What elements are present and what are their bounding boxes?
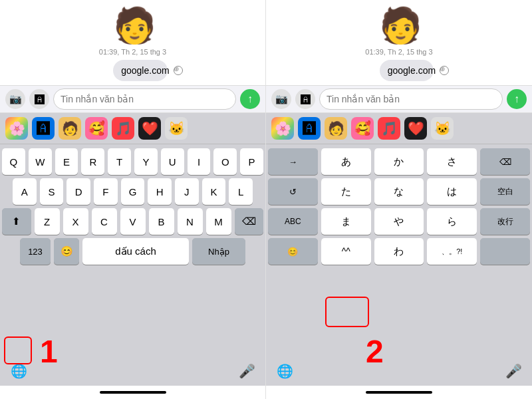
kb-bottom-right: 🌐 🎤	[266, 358, 532, 386]
music-icon-r[interactable]: 🎵	[378, 117, 400, 140]
talking-tom-icon-r[interactable]: 🐱	[431, 117, 454, 140]
key-z[interactable]: Z	[35, 208, 60, 235]
key-w[interactable]: W	[29, 148, 52, 175]
app-strip-right: 🌸 🅰 🧑 🥰 🎵 ❤️ 🐱	[266, 113, 532, 144]
jp-ka-key[interactable]: か	[374, 148, 424, 175]
send-button-left[interactable]: ↑	[240, 89, 260, 109]
sticker-icon[interactable]: 🥰	[85, 117, 108, 140]
appstore-icon[interactable]: 🅰	[32, 117, 55, 140]
jp-row-3: ABC ま や ら 改行	[268, 208, 530, 235]
emoji-key[interactable]: 😊	[54, 238, 79, 265]
space-key[interactable]: dấu cách	[82, 238, 189, 265]
kb-bottom-left: 🌐 🎤	[0, 358, 265, 386]
shift-key[interactable]: ⬆	[2, 208, 31, 235]
key-n[interactable]: N	[178, 208, 203, 235]
talking-tom-icon[interactable]: 🐱	[165, 117, 188, 140]
home-indicator-right	[266, 386, 532, 399]
photos-icon[interactable]: 🌸	[5, 117, 28, 140]
key-x[interactable]: X	[63, 208, 88, 235]
appstore-icon-r[interactable]: 🅰	[298, 117, 321, 140]
photos-icon-r[interactable]: 🌸	[271, 117, 294, 140]
camera-button-right[interactable]: 📷	[271, 89, 291, 109]
key-t[interactable]: T	[108, 148, 131, 175]
jp-ra-key[interactable]: ら	[427, 208, 477, 235]
key-f[interactable]: F	[94, 178, 118, 205]
memoji-icon[interactable]: 🧑	[59, 117, 81, 140]
key-s[interactable]: S	[40, 178, 64, 205]
send-button-right[interactable]: ↑	[507, 89, 527, 109]
appstore-button-right[interactable]: 🅰	[295, 89, 315, 109]
jp-ta-key[interactable]: た	[321, 178, 371, 205]
jp-ha-key[interactable]: は	[427, 178, 477, 205]
key-h[interactable]: H	[148, 178, 172, 205]
key-k[interactable]: K	[202, 178, 226, 205]
globe-button-left[interactable]: 🌐	[5, 360, 32, 382]
key-o[interactable]: O	[213, 148, 237, 175]
key-b[interactable]: B	[149, 208, 174, 235]
key-c[interactable]: C	[92, 208, 117, 235]
input-row-right: 📷 🅰 ↑	[266, 85, 532, 113]
jp-a-key[interactable]: あ	[321, 148, 371, 175]
jp-arrow-key[interactable]: →	[268, 148, 318, 175]
key-v[interactable]: V	[120, 208, 146, 235]
mic-button-left[interactable]: 🎤	[233, 360, 260, 382]
home-indicator-left	[0, 386, 265, 399]
jp-empty-key[interactable]	[480, 238, 530, 265]
key-i[interactable]: I	[188, 148, 211, 175]
jp-na-key[interactable]: な	[374, 178, 424, 205]
key-j[interactable]: J	[175, 178, 199, 205]
memoji-right: 🧑	[379, 5, 419, 45]
key-d[interactable]: D	[66, 178, 90, 205]
top-area-left: 🧑 01:39, Th 2, 15 thg 3 google.com	[0, 0, 265, 85]
jp-abc-key[interactable]: ABC	[268, 208, 318, 235]
memoji-left: 🧑	[113, 5, 153, 45]
jp-wa-key[interactable]: わ	[374, 238, 424, 265]
jp-row-4: 😊 ^^ わ 、。?!	[268, 238, 530, 265]
compass-icon-left	[174, 66, 183, 75]
num-key[interactable]: 123	[20, 238, 51, 265]
key-p[interactable]: P	[240, 148, 263, 175]
app-strip-left: 🌸 🅰 🧑 🥰 🎵 ❤️ 🐱	[0, 113, 265, 144]
key-r[interactable]: R	[81, 148, 104, 175]
return-key[interactable]: Nhập	[192, 238, 245, 265]
key-row-4: 123 😊 dấu cách Nhập	[2, 238, 263, 265]
heart-icon-r[interactable]: ❤️	[404, 117, 427, 140]
camera-button-left[interactable]: 📷	[5, 89, 25, 109]
key-y[interactable]: Y	[134, 148, 158, 175]
input-row-left: 📷 🅰 ↑	[0, 85, 265, 113]
mic-button-right[interactable]: 🎤	[500, 360, 527, 382]
keyboard-qwerty: Q W E R T Y U I O P A S D F G H J K L	[0, 144, 265, 358]
key-u[interactable]: U	[161, 148, 184, 175]
key-q[interactable]: Q	[2, 148, 25, 175]
timestamp-right: 01:39, Th 2, 15 thg 3	[365, 48, 432, 56]
key-a[interactable]: A	[13, 178, 37, 205]
jp-ya-key[interactable]: や	[374, 208, 424, 235]
globe-button-right[interactable]: 🌐	[271, 360, 298, 382]
key-row-2: A S D F G H J K L	[2, 178, 263, 205]
panel-right: 🧑 01:39, Th 2, 15 thg 3 google.com 📷 🅰 ↑…	[266, 0, 532, 399]
jp-ma-key[interactable]: ま	[321, 208, 371, 235]
key-m[interactable]: M	[206, 208, 231, 235]
heart-icon[interactable]: ❤️	[138, 117, 161, 140]
jp-caret-key[interactable]: ^^	[321, 238, 371, 265]
message-input-right[interactable]	[319, 88, 503, 110]
message-input-left[interactable]	[53, 88, 236, 110]
key-row-3: ⬆ Z X C V B N M ⌫	[2, 208, 263, 235]
keyboard-japanese: → あ か さ ⌫ ↺ た な は 空白 ABC ま や ら 改行 😊	[266, 144, 532, 358]
key-g[interactable]: G	[121, 178, 145, 205]
jp-undo-key[interactable]: ↺	[268, 178, 318, 205]
jp-punct-key[interactable]: 、。?!	[427, 238, 477, 265]
jp-sa-key[interactable]: さ	[427, 148, 477, 175]
appstore-button-left[interactable]: 🅰	[29, 89, 49, 109]
key-l[interactable]: L	[229, 178, 253, 205]
memoji-icon-r[interactable]: 🧑	[325, 117, 347, 140]
music-icon[interactable]: 🎵	[112, 117, 134, 140]
jp-emoji-key[interactable]: 😊	[268, 238, 318, 265]
key-e[interactable]: E	[55, 148, 78, 175]
backspace-key[interactable]: ⌫	[235, 208, 264, 235]
jp-kaigyo-key[interactable]: 改行	[480, 208, 530, 235]
panel-left: 🧑 01:39, Th 2, 15 thg 3 google.com 📷 🅰 ↑…	[0, 0, 266, 399]
jp-backspace-key[interactable]: ⌫	[480, 148, 530, 175]
sticker-icon-r[interactable]: 🥰	[351, 117, 374, 140]
jp-kuhaku-key[interactable]: 空白	[480, 178, 530, 205]
